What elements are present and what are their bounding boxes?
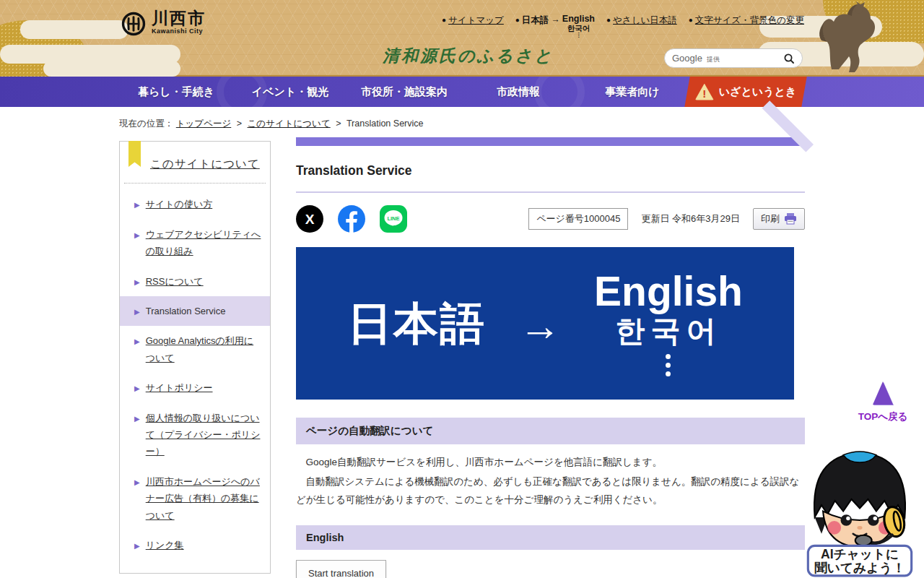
nav-jigyosha[interactable]: 事業者向け	[575, 77, 689, 107]
ai-chat-widget[interactable]: AIチャットに 聞いてみよう！	[803, 442, 916, 578]
triangle-bullet-icon: ▶	[134, 306, 140, 319]
x-share-icon[interactable]: X	[296, 205, 323, 233]
triangle-bullet-icon: ▶	[134, 335, 140, 366]
banner-japanese: 日本語	[347, 293, 486, 354]
page-title: Translation Service	[296, 163, 805, 178]
breadcrumb-label: 現在の位置：	[119, 118, 173, 129]
warning-icon: !	[695, 84, 714, 100]
bullet-icon: ●	[442, 16, 446, 24]
sidebar-title-link[interactable]: このサイトについて	[150, 153, 260, 174]
share-buttons: X LINE	[296, 205, 407, 233]
paragraph: 自動翻訳システムによる機械翻訳のため、必ずしも正確な翻訳であるとは限りません。翻…	[296, 473, 805, 509]
sidebar-item-accessibility[interactable]: ▶ウェブアクセシビリティへの取り組み	[120, 220, 270, 267]
breadcrumb-separator: >	[336, 118, 341, 129]
section-heading-english: English	[296, 525, 805, 550]
utility-links: ●サイトマップ ● 日本語 → English 한국어 ⋮ ●やさしい日本語 ●…	[442, 14, 804, 38]
breadcrumb-home-link[interactable]: トップページ	[176, 118, 231, 129]
display-settings-link[interactable]: ●文字サイズ・背景色の変更	[689, 14, 804, 27]
breadcrumb-parent-link[interactable]: このサイトについて	[248, 118, 331, 129]
lang-from: 日本語	[522, 14, 549, 27]
page-number-badge: ページ番号1000045	[528, 208, 628, 230]
chat-label-1: AIチャットに	[821, 547, 899, 561]
back-to-top-button[interactable]: TOPへ戻る	[858, 381, 908, 423]
site-logo[interactable]: 川西市 Kawanishi City	[121, 9, 206, 36]
section-heading-auto-translation: ページの自動翻訳について	[296, 418, 805, 444]
triangle-bullet-icon: ▶	[134, 382, 140, 396]
content-top-ribbon	[296, 137, 805, 146]
sidebar-item-how-to-use[interactable]: ▶サイトの使い方	[120, 189, 270, 219]
easy-japanese-link[interactable]: ●やさしい日本語	[606, 14, 677, 27]
line-label: LINE	[387, 215, 399, 222]
city-name: 川西市	[152, 9, 206, 27]
triangle-bullet-icon: ▶	[134, 229, 140, 260]
facebook-share-icon[interactable]	[338, 205, 365, 233]
svg-text:X: X	[305, 212, 315, 227]
nav-event[interactable]: イベント・観光	[233, 77, 347, 107]
bullet-icon: ●	[515, 16, 520, 24]
banner-english: English	[594, 270, 743, 314]
triangle-bullet-icon: ▶	[134, 276, 140, 290]
triangle-bullet-icon: ▶	[134, 413, 140, 460]
ribbon-fold-decoration	[762, 100, 814, 152]
city-tagline: 清和源氏のふるさと	[383, 45, 554, 67]
language-switcher[interactable]: ● 日本語 → English 한국어 ⋮	[515, 14, 595, 38]
sidebar-item-translation-service[interactable]: ▶Translation Service	[120, 296, 270, 326]
updated-date: 更新日 令和6年3月29日	[641, 212, 740, 225]
sidebar-item-google-analytics[interactable]: ▶Google Analyticsの利用について	[120, 326, 270, 373]
triangle-bullet-icon: ▶	[134, 540, 140, 553]
breadcrumb-current: Translation Service	[346, 118, 424, 129]
nav-emergency[interactable]: ! いざというとき	[684, 77, 806, 107]
print-button[interactable]: 印刷	[753, 208, 805, 230]
banner-arrow-icon: →	[519, 301, 561, 350]
search-icon[interactable]	[783, 53, 795, 64]
nav-shisei[interactable]: 市政情報	[461, 77, 575, 107]
bullet-icon: ●	[606, 16, 611, 24]
sidebar-item-privacy-policy[interactable]: ▶個人情報の取り扱いについて（プライバシー・ポリシー）	[120, 403, 270, 467]
sidebar-item-rss[interactable]: ▶RSSについて	[120, 267, 270, 296]
arrow-right-icon: →	[551, 14, 560, 25]
nav-shiyakusho[interactable]: 市役所・施設案内	[347, 77, 461, 107]
search-provided-by: 提供	[707, 55, 720, 64]
sidebar-item-links[interactable]: ▶リンク集	[120, 530, 270, 560]
main-navigation: 暮らし・手続き イベント・観光 市役所・施設案内 市政情報 事業者向け ! いざ…	[0, 77, 924, 107]
up-arrow-icon	[873, 381, 893, 405]
samurai-statue-image	[810, 0, 889, 75]
main-content: Translation Service X LINE	[296, 137, 805, 578]
nav-emergency-label: いざというとき	[719, 85, 796, 99]
triangle-bullet-icon: ▶	[134, 199, 140, 212]
sidebar-item-banner-ads[interactable]: ▶川西市ホームページへのバナー広告（有料）の募集について	[120, 467, 270, 530]
cloud-decoration	[43, 61, 180, 77]
site-header: 川西市 Kawanishi City ●サイトマップ ● 日本語 → Engli…	[0, 0, 924, 77]
divider	[296, 191, 805, 193]
search-placeholder: Google	[672, 53, 702, 64]
breadcrumb-separator: >	[237, 118, 242, 129]
site-search[interactable]: Google 提供	[664, 48, 803, 68]
page: 川西市 Kawanishi City ●サイトマップ ● 日本語 → Engli…	[0, 0, 924, 578]
sitemap-link[interactable]: ●サイトマップ	[442, 14, 504, 27]
chat-label-2: 聞いてみよう！	[814, 561, 905, 575]
city-emblem-icon	[121, 12, 146, 36]
city-name-en: Kawanishi City	[152, 27, 206, 35]
translation-banner: 日本語 → English 한국어	[296, 247, 794, 400]
more-languages-dots-icon: ⋮	[575, 33, 581, 38]
banner-korean: 한국어	[615, 316, 721, 347]
breadcrumb: 現在の位置： トップページ > このサイトについて > Translation …	[119, 118, 423, 130]
page-meta-row: X LINE ページ番号1000045 更新日 令和6年3月29日 印刷	[296, 205, 805, 233]
triangle-bullet-icon: ▶	[134, 476, 140, 524]
line-share-icon[interactable]: LINE	[380, 205, 407, 233]
paragraph: Google自動翻訳サービスを利用し、川西市ホームページを他言語に翻訳します。	[296, 454, 805, 472]
bookmark-ribbon-icon	[128, 141, 141, 167]
banner-more-dots-icon	[666, 354, 671, 376]
bullet-icon: ●	[689, 16, 693, 24]
cloud-decoration	[20, 20, 128, 39]
lang-english[interactable]: English	[562, 14, 595, 25]
nav-kurashi[interactable]: 暮らし・手続き	[119, 77, 233, 107]
sidebar-menu: このサイトについて ▶サイトの使い方 ▶ウェブアクセシビリティへの取り組み ▶R…	[119, 141, 271, 574]
sidebar-item-site-policy[interactable]: ▶サイトポリシー	[120, 373, 270, 402]
start-translation-button[interactable]: Start translation	[296, 560, 386, 578]
printer-icon	[784, 213, 797, 225]
back-to-top-label: TOPへ戻る	[858, 410, 908, 423]
